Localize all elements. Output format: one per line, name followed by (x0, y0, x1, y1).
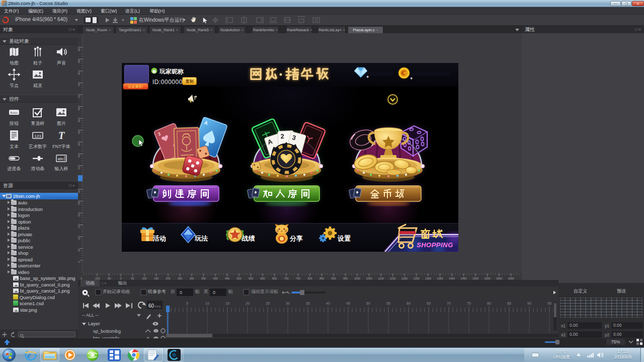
svg-text:700: 700 (78, 94, 80, 98)
svg-text:10: 10 (205, 302, 209, 305)
svg-text:300: 300 (78, 188, 80, 193)
svg-text:650: 650 (78, 106, 80, 110)
svg-text:75: 75 (467, 302, 471, 305)
svg-text:30: 30 (286, 302, 290, 305)
svg-text:900: 900 (78, 46, 80, 51)
svg-text:65: 65 (427, 302, 431, 305)
svg-text:90: 90 (527, 302, 531, 305)
svg-text:95: 95 (547, 302, 551, 305)
svg-text:100: 100 (78, 236, 80, 240)
svg-text:60: 60 (407, 302, 411, 305)
svg-text:abc: abc (58, 157, 64, 161)
svg-text:85: 85 (507, 302, 511, 305)
svg-text:850: 850 (78, 58, 80, 63)
svg-text:123: 123 (34, 134, 41, 138)
svg-text:70: 70 (447, 302, 451, 305)
svg-text:25: 25 (266, 302, 270, 305)
svg-text:250: 250 (78, 200, 80, 205)
svg-text:50: 50 (366, 302, 370, 305)
svg-text:200: 200 (78, 212, 80, 216)
svg-text:400: 400 (78, 165, 80, 169)
svg-text:800: 800 (78, 70, 80, 75)
svg-text:55: 55 (386, 302, 390, 305)
svg-text:50: 50 (78, 248, 80, 251)
svg-text:550: 550 (78, 129, 80, 134)
svg-text:+: + (410, 76, 413, 81)
svg-text:2: 2 (280, 132, 284, 140)
svg-text:40: 40 (326, 302, 330, 305)
svg-text:0: 0 (78, 261, 80, 262)
svg-text:45: 45 (346, 302, 350, 305)
svg-text:+: + (366, 75, 369, 79)
svg-text:450: 450 (78, 153, 80, 158)
svg-text:750: 750 (78, 82, 80, 87)
svg-text:150: 150 (78, 224, 80, 229)
svg-text:T: T (58, 130, 65, 141)
svg-text:35: 35 (306, 302, 310, 305)
svg-text:80: 80 (487, 302, 491, 305)
svg-text:15: 15 (225, 302, 229, 305)
svg-text:600: 600 (78, 117, 80, 122)
svg-text:20: 20 (246, 302, 250, 305)
svg-text:Button: Button (11, 111, 18, 114)
svg-text:SHOPPING: SHOPPING (417, 241, 453, 249)
svg-text:500: 500 (78, 141, 80, 146)
svg-text:5: 5 (186, 302, 188, 305)
